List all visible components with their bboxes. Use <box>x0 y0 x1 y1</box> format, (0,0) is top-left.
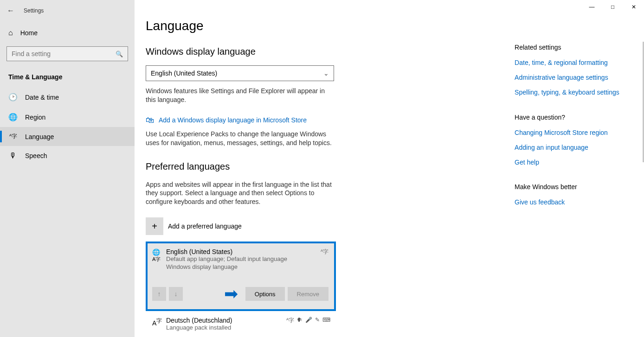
chevron-down-icon: ⌄ <box>323 70 329 77</box>
preferred-heading: Preferred languages <box>146 161 487 172</box>
preferred-desc: Apps and websites will appear in the fir… <box>146 180 334 207</box>
nav-item-language[interactable]: ᴬ字 Language <box>0 127 135 146</box>
back-button[interactable]: ← <box>7 6 14 15</box>
home-label: Home <box>20 29 38 37</box>
dropdown-value: English (United States) <box>151 70 217 77</box>
lep-desc: Use Local Experience Packs to change the… <box>146 130 334 147</box>
nav-item-speech[interactable]: 🎙 Speech <box>0 146 135 165</box>
language-item-deutsch[interactable]: A字 Deutsch (Deutschland) Language pack i… <box>146 311 336 334</box>
display-language-heading: Windows display language <box>146 46 487 57</box>
question-link[interactable]: Changing Microsoft Store region <box>515 128 625 137</box>
store-link-row[interactable]: 🛍 Add a Windows display language in Micr… <box>146 115 487 125</box>
display-icon: ᴬ字 <box>286 317 294 324</box>
related-link[interactable]: Date, time, & regional formatting <box>515 58 625 67</box>
nav-label: Date & time <box>25 94 59 101</box>
language-sub1: Default app language; Default input lang… <box>166 255 287 263</box>
nav-label: Language <box>25 133 54 140</box>
handwriting-icon: ✎ <box>315 317 320 324</box>
feedback-heading: Make Windows better <box>515 183 625 191</box>
speech-icon: 🎤 <box>305 317 312 324</box>
language-sub2: Windows display language <box>166 263 287 271</box>
globe-icon: 🌐 <box>8 113 18 121</box>
pointer-arrow-icon: ➡ <box>224 284 238 304</box>
mic-icon: 🎙 <box>8 152 18 160</box>
plus-icon: + <box>146 217 163 235</box>
move-down-button[interactable]: ↓ <box>169 287 183 301</box>
content-column: Language Windows display language Englis… <box>146 19 487 328</box>
language-badge-icon: ᴬ字 <box>321 248 328 271</box>
search-box[interactable]: 🔍 <box>6 46 128 61</box>
language-glyph-icon: A字 <box>152 318 166 327</box>
nav-label: Speech <box>25 152 47 159</box>
language-icon: ᴬ字 <box>8 133 18 140</box>
move-up-button[interactable]: ↑ <box>152 287 166 301</box>
home-nav[interactable]: ⌂ Home <box>0 24 135 42</box>
add-language-button[interactable]: + Add a preferred language <box>146 217 487 235</box>
search-icon: 🔍 <box>116 51 123 57</box>
nav-label: Region <box>25 114 45 121</box>
nav-item-region[interactable]: 🌐 Region <box>0 107 135 127</box>
question-link[interactable]: Adding an input language <box>515 143 625 152</box>
window-title: Settings <box>24 7 44 14</box>
options-button[interactable]: Options <box>245 287 285 301</box>
related-link[interactable]: Spelling, typing, & keyboard settings <box>515 88 625 96</box>
page-title: Language <box>146 19 487 33</box>
close-button[interactable]: ✕ <box>623 0 644 14</box>
feature-icons: ᴬ字 🗣 🎤 ✎ ⌨ <box>286 317 330 324</box>
add-language-label: Add a preferred language <box>168 223 242 230</box>
language-glyph-icon: 🌐A字 <box>152 249 166 271</box>
window-controls: ― □ ✕ <box>581 0 644 14</box>
sidebar: ← Settings ⌂ Home 🔍 Time & Language 🕑 Da… <box>0 0 135 337</box>
minimize-button[interactable]: ― <box>581 0 602 14</box>
display-language-dropdown[interactable]: English (United States) ⌄ <box>146 65 334 81</box>
clock-icon: 🕑 <box>8 93 18 102</box>
search-input[interactable] <box>12 50 116 57</box>
related-link[interactable]: Administrative language settings <box>515 73 625 82</box>
display-language-desc: Windows features like Settings and File … <box>146 87 334 104</box>
category-title: Time & Language <box>0 70 135 87</box>
maximize-button[interactable]: □ <box>602 0 623 14</box>
question-link[interactable]: Get help <box>515 158 625 166</box>
keyboard-icon: ⌨ <box>322 317 330 324</box>
main-panel: Language Windows display language Englis… <box>135 0 644 337</box>
language-name: Deutsch (Deutschland) <box>166 317 232 324</box>
remove-button[interactable]: Remove <box>288 287 328 301</box>
tts-icon: 🗣 <box>297 317 303 324</box>
related-settings-heading: Related settings <box>515 44 625 51</box>
right-column: Related settings Date, time, & regional … <box>515 19 625 328</box>
language-item-english[interactable]: 🌐A字 English (United States) Default app … <box>146 242 336 311</box>
store-icon: 🛍 <box>146 115 154 125</box>
language-name: English (United States) <box>166 248 287 255</box>
nav-item-date-time[interactable]: 🕑 Date & time <box>0 87 135 107</box>
question-heading: Have a question? <box>515 114 625 121</box>
titlebar: ← Settings <box>0 5 135 24</box>
language-sub: Language pack installed <box>166 324 232 332</box>
home-icon: ⌂ <box>8 29 13 37</box>
feedback-link[interactable]: Give us feedback <box>515 198 625 206</box>
store-link[interactable]: Add a Windows display language in Micros… <box>159 116 307 124</box>
